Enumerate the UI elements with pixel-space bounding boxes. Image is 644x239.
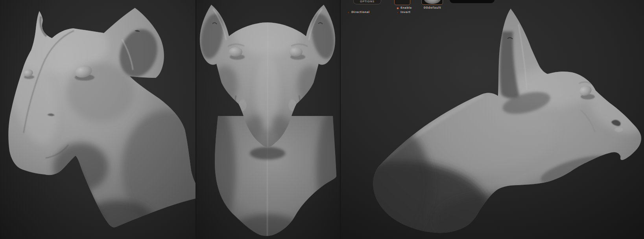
material-thumbnail[interactable] [421, 0, 443, 5]
directional-label: Directional [351, 11, 370, 14]
sculpt-canvas-three-quarter [0, 0, 196, 239]
color-swatch-box[interactable] [394, 0, 410, 5]
viewport-side[interactable] [341, 0, 644, 239]
invert-radio-dot[interactable] [397, 11, 399, 14]
toolbar-pill-button[interactable] [450, 0, 495, 3]
viewport-three-quarter[interactable] [0, 0, 196, 239]
invert-label: Invert [400, 11, 411, 14]
enable-radio-dot[interactable] [397, 7, 399, 9]
directional-radio-row[interactable]: Directional [347, 11, 370, 14]
eye-bump-left [229, 47, 242, 57]
enable-label: Enable [400, 7, 411, 9]
sculpt-canvas-front [196, 0, 340, 239]
sculpt-canvas-side [341, 0, 644, 239]
eye-bump-right [289, 47, 303, 57]
invert-radio-row[interactable]: Invert [397, 11, 411, 14]
sculpt-app-screenshot: OPTIONS 00default Directional Enable Inv… [0, 0, 644, 239]
material-sphere-icon [424, 0, 441, 4]
viewport-front[interactable] [196, 0, 340, 239]
options-button[interactable]: OPTIONS [353, 0, 381, 4]
enable-radio-row[interactable]: Enable [397, 7, 411, 9]
options-button-label: OPTIONS [360, 0, 375, 3]
material-name: 00default [421, 6, 444, 9]
directional-radio-dot[interactable] [347, 11, 350, 14]
